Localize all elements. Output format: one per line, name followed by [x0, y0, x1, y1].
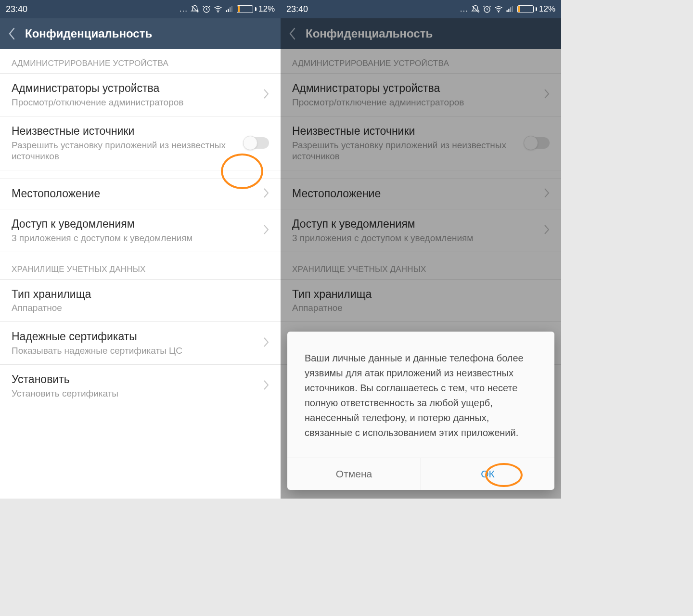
signal-icon	[225, 5, 234, 13]
item-install-certs[interactable]: Установить Установить сертификаты	[0, 365, 281, 407]
svg-rect-8	[506, 10, 507, 12]
svg-rect-10	[510, 7, 511, 12]
phone-right: 23:40 ... 12% Конфиденциальность АДМИНИС…	[281, 0, 561, 499]
item-trusted-certs[interactable]: Надежные сертификаты Показывать надежные…	[0, 322, 281, 365]
phone-left: 23:40 ... 12% Конфиденциальность АДМИНИС…	[0, 0, 281, 499]
item-sub: Показывать надежные сертификаты ЦС	[12, 345, 256, 357]
item-sub: Разрешить установку приложений из неизве…	[12, 140, 236, 163]
back-button[interactable]	[8, 26, 16, 41]
item-title: Неизвестные источники	[12, 124, 236, 139]
item-title: Доступ к уведомлениям	[12, 217, 256, 231]
more-icon: ...	[460, 4, 468, 14]
chevron-right-icon	[263, 224, 269, 237]
item-title: Администраторы устройства	[12, 81, 256, 96]
item-notif-access[interactable]: Доступ к уведомлениям 3 приложения с дос…	[0, 209, 281, 252]
status-time: 23:40	[286, 4, 308, 14]
wifi-icon	[214, 5, 222, 13]
wifi-icon	[494, 5, 503, 13]
item-title: Тип хранилища	[12, 287, 261, 302]
dnd-icon	[471, 5, 480, 13]
chevron-right-icon	[263, 337, 269, 349]
item-sub: Аппаратное	[12, 302, 261, 314]
status-time: 23:40	[6, 4, 27, 14]
status-right: ... 12%	[180, 4, 275, 14]
item-title: Установить	[12, 372, 256, 387]
svg-rect-11	[512, 6, 513, 12]
section-admin: АДМИНИСТРИРОВАНИЕ УСТРОЙСТВА	[0, 49, 281, 74]
chevron-right-icon	[263, 188, 269, 200]
section-storage: ХРАНИЛИЩЕ УЧЕТНЫХ ДАННЫХ	[0, 252, 281, 280]
item-sub: Установить сертификаты	[12, 388, 256, 399]
dnd-icon	[191, 5, 199, 13]
alarm-icon	[483, 5, 491, 13]
battery-pct: 12%	[258, 4, 275, 14]
more-icon: ...	[180, 4, 188, 14]
status-bar: 23:40 ... 12%	[281, 0, 561, 18]
dialog-body: Ваши личные данные и данные телефона бол…	[287, 332, 554, 458]
cancel-button[interactable]: Отмена	[287, 458, 421, 490]
battery-icon: 12%	[517, 4, 555, 14]
item-location[interactable]: Местоположение	[0, 179, 281, 209]
item-title: Надежные сертификаты	[12, 330, 256, 344]
svg-point-7	[498, 11, 499, 12]
signal-icon	[506, 5, 514, 13]
svg-rect-2	[226, 10, 227, 12]
svg-rect-3	[228, 9, 229, 12]
svg-rect-9	[508, 9, 509, 12]
battery-icon: 12%	[237, 4, 275, 14]
item-device-admins[interactable]: Администраторы устройства Просмотр/отклю…	[0, 74, 281, 116]
title-bar: Конфиденциальность	[0, 18, 281, 49]
settings-list: АДМИНИСТРИРОВАНИЕ УСТРОЙСТВА Администрат…	[0, 49, 281, 407]
unknown-sources-toggle[interactable]	[244, 137, 269, 149]
status-bar: 23:40 ... 12%	[0, 0, 281, 18]
ok-button[interactable]: ОК	[421, 458, 554, 490]
item-unknown-sources[interactable]: Неизвестные источники Разрешить установк…	[0, 116, 281, 170]
item-sub: Просмотр/отключение администраторов	[12, 97, 256, 108]
item-storage-type[interactable]: Тип хранилища Аппаратное	[0, 280, 281, 322]
svg-point-1	[218, 11, 218, 12]
svg-rect-4	[230, 7, 231, 12]
item-sub: 3 приложения с доступом к уведомлениям	[12, 232, 256, 244]
status-right: ... 12%	[460, 4, 555, 14]
svg-rect-5	[231, 6, 232, 12]
battery-pct: 12%	[539, 4, 555, 14]
dialog-buttons: Отмена ОК	[287, 458, 554, 490]
chevron-right-icon	[263, 380, 269, 392]
confirm-dialog: Ваши личные данные и данные телефона бол…	[287, 332, 554, 490]
item-title: Местоположение	[12, 187, 256, 201]
chevron-right-icon	[263, 89, 269, 101]
alarm-icon	[202, 5, 211, 13]
page-title: Конфиденциальность	[25, 27, 152, 40]
